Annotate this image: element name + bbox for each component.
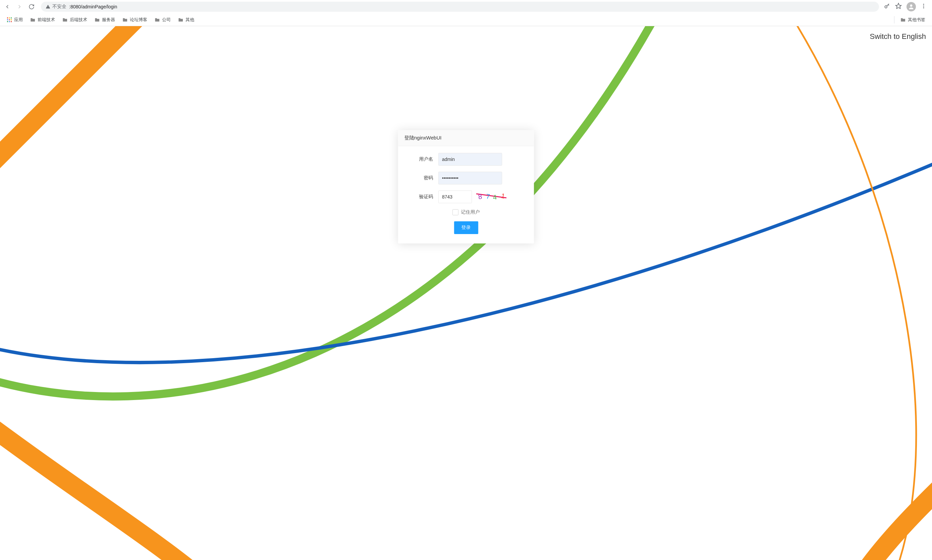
bookmark-label: 其他 [185,17,194,23]
warning-icon [46,5,50,9]
browser-chrome: 不安全 :8080/adminPage/login 应用 [0,0,932,26]
user-icon [908,3,915,10]
captcha-input[interactable] [439,191,472,203]
password-label: 密码 [406,175,439,181]
address-bar[interactable]: 不安全 :8080/adminPage/login [41,2,879,12]
arrow-right-icon [17,4,23,10]
insecure-warning: 不安全 [46,4,66,10]
card-title: 登陆nginxWebUI [398,130,534,146]
arrow-left-icon [5,4,11,10]
folder-icon [62,17,68,22]
apps-icon [7,17,12,23]
svg-rect-11 [11,20,12,20]
svg-text:1: 1 [501,192,505,200]
bookmark-label: 论坛博客 [130,17,147,23]
insecure-label: 不安全 [52,4,66,10]
username-row: 用户名 [406,153,526,166]
browser-toolbar: 不安全 :8080/adminPage/login [0,0,932,14]
bookmark-folder-1[interactable]: 后端技术 [60,15,90,24]
remember-checkbox[interactable] [452,209,458,215]
username-input[interactable] [439,153,502,166]
folder-icon [30,17,35,22]
menu-icon[interactable] [921,3,927,11]
svg-point-2 [910,5,912,7]
svg-rect-8 [11,17,12,18]
bookmark-apps[interactable]: 应用 [4,15,26,24]
svg-marker-1 [896,3,901,9]
svg-rect-9 [7,20,8,20]
svg-text:4: 4 [492,193,497,201]
toolbar-right [884,2,929,11]
nav-back-button[interactable] [3,2,12,11]
address-url: :8080/adminPage/login [69,4,117,9]
bookmark-label: 后端技术 [70,17,87,23]
password-input[interactable] [439,172,502,185]
captcha-image[interactable]: 8 7 4 1 [475,191,508,203]
folder-icon [95,17,100,22]
username-label: 用户名 [406,156,439,162]
bookmark-folder-5[interactable]: 其他 [176,15,197,24]
bookmarks-bar: 应用 前端技术 后端技术 服务器 论坛博客 公司 其他 其 [0,14,932,26]
svg-rect-7 [9,17,10,18]
remember-label: 记住用户 [461,209,480,215]
bookmark-label: 公司 [162,17,171,23]
bookmark-label: 服务器 [102,17,115,23]
captcha-label: 验证码 [406,194,439,200]
bookmark-label: 前端技术 [38,17,55,23]
bookmark-folder-0[interactable]: 前端技术 [28,15,58,24]
remember-row: 记住用户 [406,209,526,215]
svg-text:8: 8 [478,193,482,200]
login-card: 登陆nginxWebUI 用户名 密码 验证码 [398,130,534,243]
nav-forward-button[interactable] [15,2,24,11]
captcha-row: 验证码 8 7 4 1 [406,191,526,203]
key-icon[interactable] [884,3,890,11]
svg-text:7: 7 [486,192,490,200]
bookmark-other[interactable]: 其他书签 [898,15,928,24]
card-body: 用户名 密码 验证码 8 7 4 [398,146,534,243]
svg-rect-13 [9,21,10,22]
reload-icon [29,4,35,10]
folder-icon [900,17,906,22]
password-row: 密码 [406,172,526,185]
svg-rect-10 [9,20,10,20]
svg-point-3 [923,4,924,5]
bookmark-folder-2[interactable]: 服务器 [92,15,118,24]
bookmark-apps-label: 应用 [14,17,23,23]
bookmark-folder-4[interactable]: 公司 [152,15,173,24]
bookmark-other-label: 其他书签 [908,17,925,23]
svg-rect-6 [7,17,8,18]
svg-point-4 [923,6,924,7]
language-switch-link[interactable]: Switch to English [870,32,926,41]
folder-icon [122,17,128,22]
user-avatar[interactable] [906,2,916,11]
login-button[interactable]: 登录 [454,221,478,234]
svg-point-5 [923,8,924,8]
star-icon[interactable] [895,3,902,11]
nav-reload-button[interactable] [27,2,36,11]
page-viewport: Switch to English 登陆nginxWebUI 用户名 密码 验证… [0,26,932,560]
background-decoration [0,26,932,560]
svg-rect-14 [11,21,12,22]
submit-row: 登录 [406,221,526,234]
svg-rect-12 [7,21,8,22]
folder-icon [178,17,183,22]
bookmark-folder-3[interactable]: 论坛博客 [120,15,150,24]
folder-icon [155,17,160,22]
